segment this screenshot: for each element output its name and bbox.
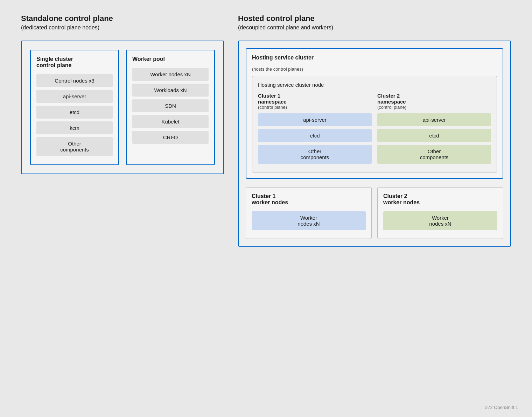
cluster1-worker-title: Cluster 1 worker nodes xyxy=(252,193,366,206)
crio-item: CRI-O xyxy=(132,131,209,144)
kcm-item: kcm xyxy=(36,121,113,134)
worker-pool-box: Worker pool Worker nodes xN Workloads xN… xyxy=(126,50,215,165)
sdn-item: SDN xyxy=(132,99,209,112)
standalone-title: Standalone control plane xyxy=(21,14,224,23)
cluster1-ns-subtitle: (control plane) xyxy=(258,105,372,110)
namespace-row: Cluster 1 namespace (control plane) api-… xyxy=(258,93,491,167)
kubelet-item: Kubelet xyxy=(132,115,209,128)
hosting-service-subtitle: (hosts the control planes) xyxy=(252,66,497,72)
worker-pools-row: Cluster 1 worker nodes Worker nodes xN C… xyxy=(246,187,503,239)
main-container: Standalone control plane (dedicated cont… xyxy=(0,0,532,261)
worker-nodes-label: Worker nodes xN xyxy=(132,68,209,81)
cluster2-ns-subtitle: (control plane) xyxy=(377,105,491,110)
cluster1-other-components: Other components xyxy=(258,145,372,164)
cluster1-worker-item: Worker nodes xN xyxy=(252,211,366,230)
cluster2-worker-item: Worker nodes xN xyxy=(383,211,497,230)
hosted-subtitle: (decoupled control plane and workers) xyxy=(238,24,511,31)
other-components-item: Other components xyxy=(36,137,113,156)
worker-pool-title: Worker pool xyxy=(132,56,209,62)
cluster1-etcd: etcd xyxy=(258,129,372,142)
cluster2-other-components: Other components xyxy=(377,145,491,164)
api-server-item: api-server xyxy=(36,90,113,103)
cluster1-ns-col: Cluster 1 namespace (control plane) api-… xyxy=(258,93,372,167)
left-panel: Standalone control plane (dedicated cont… xyxy=(21,14,224,247)
hosting-service-title: Hosting service cluster xyxy=(252,55,497,61)
cluster1-worker-col: Cluster 1 worker nodes Worker nodes xN xyxy=(246,187,372,239)
etcd-item: etcd xyxy=(36,106,113,119)
cluster1-api-server: api-server xyxy=(258,113,372,126)
cluster2-api-server: api-server xyxy=(377,113,491,126)
cluster2-etcd: etcd xyxy=(377,129,491,142)
hosted-title: Hosted control plane xyxy=(238,14,511,23)
hosting-node-title: Hosting service cluster node xyxy=(258,82,491,88)
cluster2-ns-col: Cluster 2 namespace (control plane) api-… xyxy=(377,93,491,167)
cluster2-ns-title: Cluster 2 namespace xyxy=(377,93,491,105)
hosting-service-cluster: Hosting service cluster (hosts the contr… xyxy=(246,48,503,179)
control-plane-title: Single cluster control plane xyxy=(36,56,113,69)
cluster2-worker-col: Cluster 2 worker nodes Worker nodes xN xyxy=(377,187,503,239)
hosted-outer: Hosting service cluster (hosts the contr… xyxy=(238,41,511,247)
cluster1-ns-title: Cluster 1 namespace xyxy=(258,93,372,105)
standalone-subtitle: (dedicated control plane nodes) xyxy=(21,24,224,31)
workloads-item: Workloads xN xyxy=(132,84,209,97)
cluster2-worker-title: Cluster 2 worker nodes xyxy=(383,193,497,206)
standalone-content: Single cluster control plane Control nod… xyxy=(21,41,224,174)
control-nodes-label: Control nodes x3 xyxy=(36,74,113,87)
right-panel: Hosted control plane (decoupled control … xyxy=(238,14,511,247)
footer-text: 272 OpenShift 1 xyxy=(485,405,518,410)
hosting-node-box: Hosting service cluster node Cluster 1 n… xyxy=(252,76,497,172)
control-plane-box: Single cluster control plane Control nod… xyxy=(30,50,119,165)
